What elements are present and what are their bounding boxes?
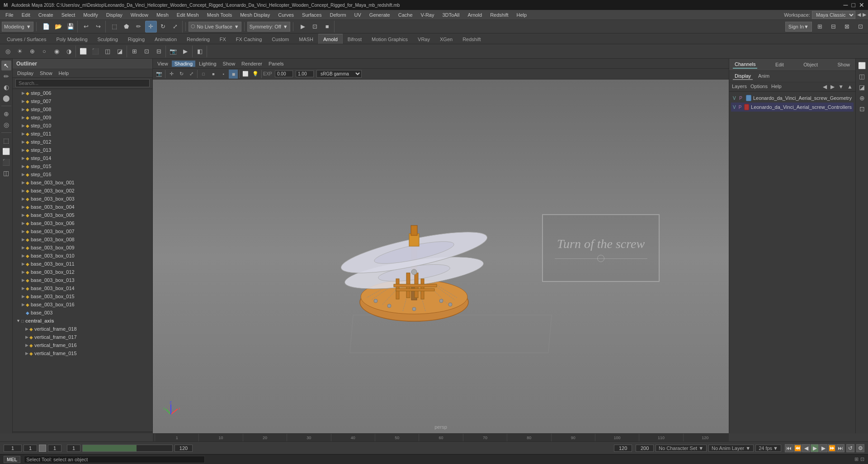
shelf-icon-1[interactable]: ◎ — [2, 46, 14, 57]
live-surface-dropdown[interactable]: ⬡ No Live Surface ▼ — [189, 22, 241, 32]
mode-dropdown[interactable]: Modeling ▼ — [2, 22, 33, 32]
tab-rigging[interactable]: Rigging — [123, 34, 150, 44]
script-language-indicator[interactable]: MEL — [4, 456, 20, 463]
shelf-icon-4[interactable]: ○ — [38, 46, 50, 57]
options-tab[interactable]: Options — [750, 84, 768, 90]
open-scene-icon[interactable]: 📂 — [52, 21, 64, 33]
ch-tab-object[interactable]: Object — [802, 61, 820, 68]
left-icon-d[interactable]: ◫ — [1, 168, 11, 178]
loop-button[interactable]: ↺ — [846, 444, 854, 452]
shelf-box-icon[interactable]: ⬜ — [77, 46, 89, 57]
paint-tool-left[interactable]: ✏ — [1, 71, 11, 81]
outliner-search-input[interactable] — [15, 79, 150, 87]
menu-mesh-display[interactable]: Mesh Display — [236, 11, 274, 19]
right-tool-4[interactable]: ⊕ — [857, 93, 867, 103]
menu-help[interactable]: Help — [513, 11, 531, 19]
menu-3dtoall[interactable]: 3DToAll — [439, 11, 463, 19]
rotate-icon[interactable]: ↻ — [157, 21, 169, 33]
list-item[interactable]: ▶◆base_003 — [13, 309, 152, 317]
list-item[interactable]: ▶◆step_015 — [13, 162, 152, 170]
select-tool-icon[interactable]: ⬚ — [108, 21, 120, 33]
list-item[interactable]: ▶◆base_003_box_006 — [13, 219, 152, 227]
tab-poly-modeling[interactable]: Poly Modeling — [51, 34, 92, 44]
list-item[interactable]: ▶◆base_003_box_002 — [13, 187, 152, 195]
vp-menu-view[interactable]: View — [155, 61, 171, 67]
menu-display[interactable]: Display — [103, 11, 126, 19]
maximize-button[interactable]: □ — [852, 1, 855, 9]
hud-icon[interactable]: ◧ — [194, 46, 206, 57]
tab-rendering[interactable]: Rendering — [182, 34, 215, 44]
camera-icon[interactable]: 📷 — [167, 46, 179, 57]
ipr-icon[interactable]: ⊡ — [309, 21, 321, 33]
right-tool-5[interactable]: ⊡ — [857, 104, 867, 114]
save-scene-icon[interactable]: 💾 — [65, 21, 76, 33]
list-item[interactable]: ▶◆step_007 — [13, 97, 152, 105]
vp-camera-icon[interactable]: 📷 — [155, 70, 164, 79]
list-item[interactable]: ▶◆base_003_box_008 — [13, 235, 152, 244]
menu-redshift[interactable]: Redshift — [486, 11, 512, 19]
tab-fx[interactable]: FX — [215, 34, 231, 44]
playback-range-bar[interactable] — [82, 445, 173, 452]
ch-tab-show[interactable]: Show — [835, 61, 852, 68]
list-item[interactable]: ▶◆vertical_frame_018 — [13, 325, 152, 333]
list-item[interactable]: ▶◆step_012 — [13, 138, 152, 146]
list-item[interactable]: ▶◆base_003_box_012 — [13, 268, 152, 276]
shelf-smooth-icon[interactable]: ◪ — [114, 46, 126, 57]
arrow-up-icon[interactable]: ▲ — [847, 84, 853, 90]
workspace-dropdown[interactable]: Maya Classic — [812, 11, 855, 19]
vp-gamma-field[interactable] — [296, 70, 314, 77]
list-item[interactable]: ▶◆step_009 — [13, 113, 152, 122]
tab-bifrost[interactable]: Bifrost — [343, 34, 367, 44]
shelf-mesh-icon[interactable]: ⬛ — [90, 46, 101, 57]
status-icon-1[interactable]: ⊞ — [854, 456, 859, 462]
list-item[interactable]: ▶◆base_003_box_013 — [13, 276, 152, 284]
vp-menu-panels[interactable]: Panels — [266, 61, 287, 67]
menu-edit-mesh[interactable]: Edit Mesh — [173, 11, 203, 19]
next-frame-button[interactable]: ▶ — [819, 444, 827, 452]
right-tool-2[interactable]: ◫ — [857, 71, 867, 81]
list-item[interactable]: ▶◆step_013 — [13, 146, 152, 154]
shelf-icon-2[interactable]: ☀ — [14, 46, 26, 57]
tab-custom[interactable]: Custom — [267, 34, 294, 44]
tab-motion-graphics[interactable]: Motion Graphics — [367, 34, 413, 44]
play-forward-button[interactable]: ▶ — [811, 444, 819, 452]
list-item[interactable]: ▶◆base_003_box_015 — [13, 292, 152, 300]
select-tool-left[interactable]: ↖ — [1, 61, 11, 70]
list-item[interactable]: ▶◆base_003_box_003 — [13, 195, 152, 203]
left-icon-b[interactable]: ⬜ — [1, 146, 11, 156]
vp-move-icon[interactable]: ✛ — [167, 70, 176, 79]
frame-display-field[interactable] — [48, 445, 61, 452]
menu-vray[interactable]: V-Ray — [417, 11, 438, 19]
menu-uv[interactable]: UV — [351, 11, 365, 19]
tab-sculpting[interactable]: Sculpting — [93, 34, 123, 44]
display-tab[interactable]: Display — [733, 73, 753, 80]
arrow-left-icon[interactable]: ◀ — [823, 84, 827, 90]
list-item[interactable]: ▶◆step_011 — [13, 130, 152, 138]
vp-menu-shading[interactable]: Shading — [172, 61, 195, 67]
tab-xgen[interactable]: XGen — [435, 34, 458, 44]
sign-in-button[interactable]: Sign In ▼ — [785, 22, 812, 32]
command-field[interactable]: Select Tool: select an object — [24, 456, 205, 463]
vp-smooth-wire-icon[interactable]: ■ — [209, 70, 218, 79]
tab-redshift[interactable]: Redshift — [458, 34, 486, 44]
shelf-icon-6[interactable]: ◑ — [63, 46, 75, 57]
shelf-icon-5[interactable]: ◉ — [51, 46, 62, 57]
vp-menu-show[interactable]: Show — [220, 61, 238, 67]
menu-mesh[interactable]: Mesh — [153, 11, 172, 19]
list-item-central-axis[interactable]: ▼ □ central_axis — [13, 317, 152, 325]
layout-icon-1[interactable]: ⊞ — [814, 21, 826, 33]
list-item[interactable]: ▶◆base_003_box_011 — [13, 260, 152, 268]
scale-icon[interactable]: ⤢ — [170, 21, 181, 33]
list-item[interactable]: ▶◆base_003_box_007 — [13, 227, 152, 235]
char-set-dropdown[interactable]: No Character Set ▼ — [656, 445, 707, 452]
menu-window[interactable]: Window — [127, 11, 152, 19]
anim-tab[interactable]: Anim — [756, 73, 771, 80]
close-button[interactable]: ✕ — [859, 1, 864, 9]
channel-item-controllers[interactable]: V P Leonardo_da_Vinci_Aerial_screw_Contr… — [731, 103, 854, 112]
menu-edit[interactable]: Edit — [18, 11, 34, 19]
vp-color-space-dropdown[interactable]: sRGB gamma — [316, 70, 362, 78]
snap-grid-icon[interactable]: ⊞ — [128, 46, 140, 57]
list-item[interactable]: ▶◆vertical_frame_016 — [13, 341, 152, 349]
redo-icon[interactable]: ↪ — [93, 21, 104, 33]
menu-arnold[interactable]: Arnold — [464, 11, 486, 19]
